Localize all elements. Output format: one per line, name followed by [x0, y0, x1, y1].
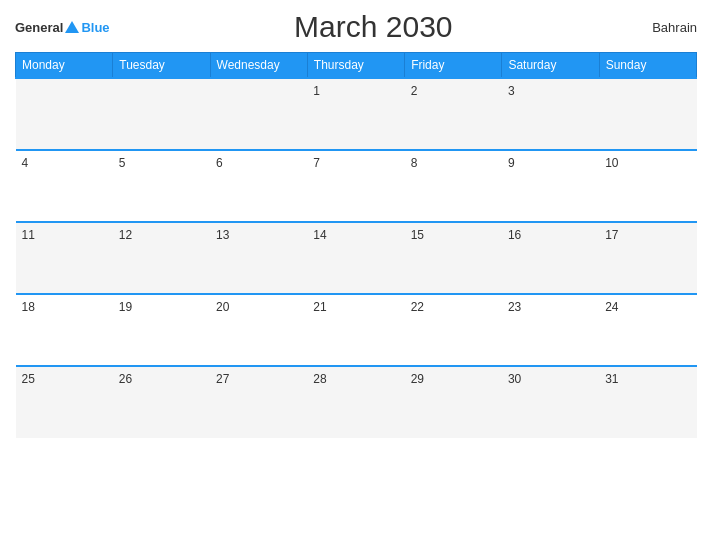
calendar-header-row: Monday Tuesday Wednesday Thursday Friday… — [16, 53, 697, 79]
calendar-week-row: 11121314151617 — [16, 222, 697, 294]
day-number: 21 — [313, 300, 326, 314]
calendar-day-cell: 20 — [210, 294, 307, 366]
day-number: 10 — [605, 156, 618, 170]
calendar-day-cell: 18 — [16, 294, 113, 366]
calendar-day-cell: 17 — [599, 222, 696, 294]
day-number: 16 — [508, 228, 521, 242]
day-number: 14 — [313, 228, 326, 242]
calendar-day-cell: 23 — [502, 294, 599, 366]
calendar-day-cell: 8 — [405, 150, 502, 222]
header-sunday: Sunday — [599, 53, 696, 79]
calendar-week-row: 123 — [16, 78, 697, 150]
header-thursday: Thursday — [307, 53, 404, 79]
day-number: 1 — [313, 84, 320, 98]
day-number: 11 — [22, 228, 35, 242]
day-number: 8 — [411, 156, 418, 170]
header-saturday: Saturday — [502, 53, 599, 79]
calendar-day-cell: 14 — [307, 222, 404, 294]
calendar-day-cell: 27 — [210, 366, 307, 438]
calendar-day-cell: 6 — [210, 150, 307, 222]
calendar-week-row: 25262728293031 — [16, 366, 697, 438]
day-number: 24 — [605, 300, 618, 314]
day-number: 28 — [313, 372, 326, 386]
day-number: 3 — [508, 84, 515, 98]
day-number: 27 — [216, 372, 229, 386]
calendar-day-cell: 5 — [113, 150, 210, 222]
day-number: 26 — [119, 372, 132, 386]
calendar-day-cell: 16 — [502, 222, 599, 294]
calendar-day-cell: 12 — [113, 222, 210, 294]
day-number: 20 — [216, 300, 229, 314]
calendar-week-row: 45678910 — [16, 150, 697, 222]
header-tuesday: Tuesday — [113, 53, 210, 79]
calendar-week-row: 18192021222324 — [16, 294, 697, 366]
calendar-day-cell: 29 — [405, 366, 502, 438]
calendar-title: March 2030 — [110, 10, 637, 44]
day-number: 30 — [508, 372, 521, 386]
logo-general-text: General — [15, 20, 63, 35]
day-number: 17 — [605, 228, 618, 242]
day-number: 2 — [411, 84, 418, 98]
calendar-day-cell: 24 — [599, 294, 696, 366]
day-number: 9 — [508, 156, 515, 170]
calendar-page: General Blue March 2030 Bahrain Monday T… — [0, 0, 712, 550]
day-number: 29 — [411, 372, 424, 386]
calendar-day-cell: 11 — [16, 222, 113, 294]
calendar-table: Monday Tuesday Wednesday Thursday Friday… — [15, 52, 697, 438]
day-number: 23 — [508, 300, 521, 314]
day-number: 15 — [411, 228, 424, 242]
calendar-day-cell: 13 — [210, 222, 307, 294]
calendar-day-cell: 1 — [307, 78, 404, 150]
calendar-day-cell: 4 — [16, 150, 113, 222]
calendar-day-cell: 21 — [307, 294, 404, 366]
country-label: Bahrain — [637, 20, 697, 35]
day-number: 22 — [411, 300, 424, 314]
calendar-day-cell: 9 — [502, 150, 599, 222]
header-monday: Monday — [16, 53, 113, 79]
calendar-day-cell: 2 — [405, 78, 502, 150]
day-number: 6 — [216, 156, 223, 170]
logo-blue-text: Blue — [81, 20, 109, 35]
day-number: 25 — [22, 372, 35, 386]
day-number: 12 — [119, 228, 132, 242]
calendar-day-cell: 15 — [405, 222, 502, 294]
day-number: 18 — [22, 300, 35, 314]
header-wednesday: Wednesday — [210, 53, 307, 79]
calendar-day-cell — [16, 78, 113, 150]
calendar-day-cell: 25 — [16, 366, 113, 438]
calendar-day-cell: 10 — [599, 150, 696, 222]
day-number: 13 — [216, 228, 229, 242]
calendar-day-cell: 26 — [113, 366, 210, 438]
day-number: 4 — [22, 156, 29, 170]
calendar-day-cell: 3 — [502, 78, 599, 150]
calendar-day-cell: 28 — [307, 366, 404, 438]
header: General Blue March 2030 Bahrain — [15, 10, 697, 44]
calendar-day-cell: 22 — [405, 294, 502, 366]
calendar-day-cell: 31 — [599, 366, 696, 438]
calendar-day-cell: 19 — [113, 294, 210, 366]
day-number: 7 — [313, 156, 320, 170]
calendar-day-cell: 30 — [502, 366, 599, 438]
logo: General Blue — [15, 20, 110, 35]
day-number: 31 — [605, 372, 618, 386]
calendar-day-cell — [210, 78, 307, 150]
day-number: 5 — [119, 156, 126, 170]
calendar-day-cell — [113, 78, 210, 150]
header-friday: Friday — [405, 53, 502, 79]
logo-triangle-icon — [65, 21, 79, 33]
calendar-day-cell: 7 — [307, 150, 404, 222]
calendar-day-cell — [599, 78, 696, 150]
day-number: 19 — [119, 300, 132, 314]
